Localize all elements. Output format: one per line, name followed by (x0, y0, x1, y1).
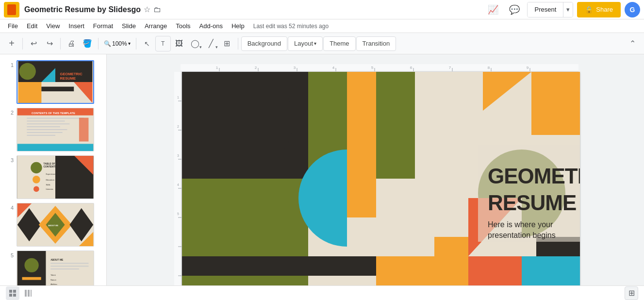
svg-text:Talent: Talent (50, 274, 56, 276)
ruler-vertical: 1 2 3 4 5 (174, 72, 182, 295)
menu-view[interactable]: View (42, 21, 64, 31)
user-avatar[interactable]: G (625, 2, 640, 17)
svg-rect-7 (41, 87, 74, 92)
svg-rect-12 (17, 144, 93, 151)
last-edit-link[interactable]: Last edit was 52 minutes ago (253, 23, 329, 30)
bottom-bar: ⊞ (0, 285, 644, 300)
svg-rect-14 (27, 118, 83, 119)
doc-title: Geometric Resume by Slidesgo (24, 6, 141, 14)
shape-chevron-icon: ▾ (199, 45, 202, 50)
menu-format[interactable]: Format (89, 21, 117, 31)
zoom-control[interactable]: 🔍 100% ▾ (101, 37, 133, 50)
undo-btn[interactable]: ↩ (26, 36, 41, 51)
line-btn[interactable]: ╱ ▾ (203, 36, 219, 51)
slide-item-1[interactable]: 1 (0, 58, 106, 106)
select-btn[interactable]: ↖ (139, 36, 155, 51)
svg-text:Interests: Interests (46, 188, 53, 190)
menu-insert[interactable]: Insert (65, 21, 88, 31)
slide-canvas-wrapper: 1 2 3 4 5 (174, 72, 577, 295)
print-btn[interactable]: 🖨 (64, 36, 79, 51)
slide-num-4: 4 (4, 203, 14, 211)
menu-edit[interactable]: Edit (23, 21, 41, 31)
menu-arrange[interactable]: Arrange (141, 21, 171, 31)
app-logo[interactable] (4, 2, 19, 17)
shape-btn[interactable]: ◯ ▾ (187, 36, 203, 51)
svg-text:5: 5 (177, 212, 179, 216)
separator-5 (238, 38, 238, 50)
svg-point-25 (33, 176, 40, 183)
top-bar: Geometric Resume by Slidesgo ☆ 🗀 📈 💬 Pre… (0, 0, 644, 19)
menu-bar: File Edit View Insert Format Slide Arran… (0, 19, 644, 33)
svg-text:6: 6 (410, 66, 412, 70)
paint-btn[interactable]: 🪣 (80, 36, 95, 51)
transition-btn[interactable]: Transition (356, 36, 396, 51)
chevron-down-icon: ▾ (566, 6, 570, 13)
line-chevron-icon: ▾ (215, 45, 218, 50)
slide-thumb-2: CONTENTS OF THIS TEMPLATE (17, 108, 94, 151)
svg-rect-120 (28, 290, 30, 297)
comment-icon-btn[interactable]: 💬 (506, 1, 523, 18)
menu-slide[interactable]: Slide (118, 21, 140, 31)
svg-text:CONTENTS OF THIS TEMPLATE: CONTENTS OF THIS TEMPLATE (32, 112, 75, 115)
svg-text:9: 9 (526, 66, 528, 70)
filmstrip-view-btn[interactable] (21, 286, 35, 300)
menu-help[interactable]: Help (228, 21, 248, 31)
theme-btn[interactable]: Theme (323, 36, 355, 51)
toolbar: + ↩ ↪ 🖨 🪣 🔍 100% ▾ ↖ T 🖼 ◯ ▾ ╱ ▾ ⊞ Backg… (0, 33, 644, 54)
toolbar-group-insert: + (4, 36, 19, 51)
svg-rect-4 (18, 82, 42, 103)
zoom-level-label: 100% (112, 40, 127, 47)
present-dropdown-btn[interactable]: ▾ (563, 2, 573, 17)
star-icon[interactable]: ☆ (144, 5, 150, 14)
svg-rect-20 (27, 135, 55, 136)
svg-text:4: 4 (177, 183, 179, 186)
svg-rect-48 (50, 263, 88, 264)
svg-point-26 (33, 186, 39, 192)
svg-text:8: 8 (487, 66, 490, 70)
add-btn[interactable]: + (4, 36, 19, 51)
svg-text:GEOMETRIC: GEOMETRIC (488, 164, 580, 188)
svg-text:CONTENTS: CONTENTS (44, 166, 57, 168)
svg-rect-54 (181, 64, 578, 72)
toolbar-group-tools: ↖ T 🖼 ◯ ▾ ╱ ▾ ⊞ (139, 36, 235, 51)
toolbar-group-history: ↩ ↪ (26, 36, 57, 51)
present-main-btn[interactable]: Present (528, 2, 563, 17)
shape-icon: ◯ (191, 39, 199, 48)
slide-num-2: 2 (4, 108, 14, 116)
svg-rect-121 (31, 290, 32, 297)
slide-canvas[interactable]: GEOMETRIC RESUME Here is where your pres… (182, 72, 580, 295)
separator-4 (136, 38, 136, 50)
slide-item-2[interactable]: 2 CONTENTS OF THIS TEMPLATE (0, 106, 106, 153)
share-button[interactable]: 🔒 Share (577, 2, 621, 17)
svg-text:5: 5 (371, 66, 373, 70)
menu-addons[interactable]: Add-ons (196, 21, 227, 31)
trending-icon-btn[interactable]: 📈 (484, 1, 502, 18)
toolbar-group-slide-actions: Background Layout ▾ Theme Transition (241, 36, 396, 51)
menu-file[interactable]: File (4, 21, 22, 31)
text-btn[interactable]: T (155, 36, 171, 51)
background-btn[interactable]: Background (241, 36, 287, 51)
folder-icon[interactable]: 🗀 (153, 5, 161, 14)
zoom-fit-btn[interactable]: ⊞ (625, 286, 638, 300)
layout-btn[interactable]: Layout ▾ (288, 36, 323, 51)
svg-text:3: 3 (177, 154, 179, 157)
collapse-btn[interactable]: ⌃ (625, 36, 640, 51)
slide-panel: 1 (0, 54, 107, 300)
slide-item-3[interactable]: 3 TABLE OF CONTENTS Experience Education… (0, 153, 106, 201)
svg-rect-21 (79, 118, 89, 142)
image-btn[interactable]: 🖼 (171, 36, 187, 51)
slide-num-5: 5 (4, 250, 14, 258)
ruler-horizontal: // Ruler ticks handled in SVG below 1 2 … (181, 64, 578, 72)
main-area: 1 (0, 54, 644, 300)
separator-3 (98, 38, 99, 50)
redo-btn[interactable]: ↪ (42, 36, 57, 51)
svg-text:2: 2 (254, 66, 257, 70)
menu-tools[interactable]: Tools (172, 21, 194, 31)
slide-item-4[interactable]: 4 ABOUT ME (0, 201, 106, 249)
separator-2 (60, 38, 61, 50)
grid-view-btn[interactable] (6, 286, 19, 300)
svg-rect-117 (9, 294, 12, 297)
svg-rect-50 (50, 268, 79, 269)
add-slide-btn[interactable]: ⊞ (219, 36, 235, 51)
svg-point-91 (197, 72, 294, 169)
